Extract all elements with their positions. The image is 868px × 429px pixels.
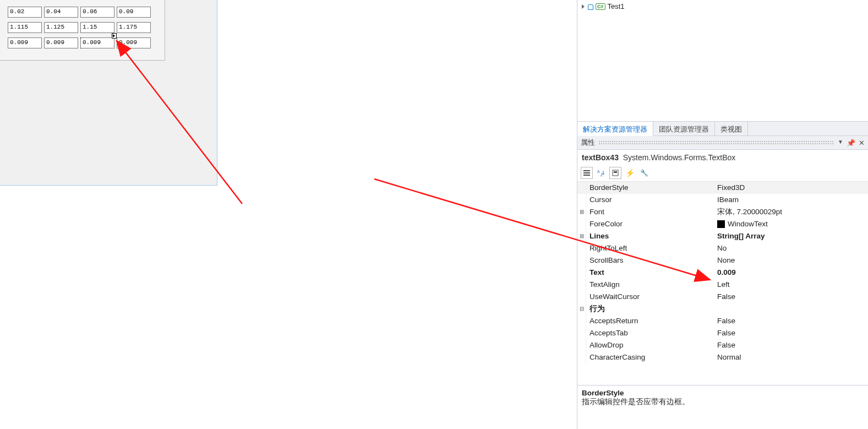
prop-name: ForeColor — [586, 218, 715, 230]
textbox-cell[interactable]: 1.115 — [8, 22, 42, 33]
solution-explorer-pane[interactable]: C# Test1 — [577, 0, 868, 121]
object-name: textBox43 — [582, 153, 619, 162]
prop-name: BorderStyle — [586, 182, 715, 194]
prop-name: UseWaitCursor — [586, 291, 715, 303]
properties-object-selector[interactable]: textBox43 System.Windows.Forms.TextBox — [577, 150, 868, 165]
textbox-cell-selected[interactable]: 0.009 — [80, 37, 114, 48]
prop-name: AcceptsReturn — [586, 315, 715, 327]
textbox-cell[interactable]: 1.125 — [44, 22, 78, 33]
categorized-button[interactable] — [581, 167, 593, 179]
csharp-badge-icon: C# — [596, 3, 605, 10]
window-position-dropdown-icon[interactable]: ▼ — [838, 139, 843, 147]
prop-value[interactable]: Normal — [715, 351, 868, 363]
expand-icon[interactable]: ⊞ — [577, 230, 586, 242]
prop-value[interactable]: String[] Array — [715, 230, 868, 242]
svg-rect-1 — [583, 172, 590, 173]
prop-value[interactable]: IBeam — [715, 194, 868, 206]
prop-value[interactable]: None — [715, 254, 868, 267]
prop-name: Lines — [586, 230, 715, 242]
property-desc-title: BorderStyle — [582, 389, 864, 397]
textbox-cell[interactable]: 0.04 — [44, 7, 78, 18]
designer-groupbox: 0.02 0.04 0.06 0.09 1.115 1.125 1.15 1.1… — [0, 0, 165, 61]
messages-button[interactable]: 🔧 — [638, 167, 650, 179]
prop-value[interactable]: WindowText — [715, 218, 868, 230]
properties-toolbar: AZ ⚡ 🔧 — [577, 165, 868, 182]
textbox-cell[interactable]: 0.009 — [117, 37, 151, 48]
solution-tree-item[interactable]: C# Test1 — [577, 0, 868, 13]
prop-name: Text — [586, 267, 715, 279]
prop-value[interactable]: False — [715, 327, 868, 339]
prop-row-lines[interactable]: ⊞ Lines String[] Array — [577, 230, 868, 242]
property-grid[interactable]: BorderStyle Fixed3D Cursor IBeam ⊞ Font … — [577, 182, 868, 385]
prop-value[interactable]: Left — [715, 279, 868, 291]
prop-row-acceptsreturn[interactable]: AcceptsReturn False — [577, 315, 868, 327]
svg-rect-2 — [583, 175, 590, 176]
textbox-cell[interactable]: 0.09 — [117, 7, 151, 18]
property-pages-button[interactable] — [609, 167, 621, 179]
prop-row-charactercasing[interactable]: CharacterCasing Normal — [577, 351, 868, 363]
prop-row-usewaitcursor[interactable]: UseWaitCursor False — [577, 291, 868, 303]
prop-name: ScrollBars — [586, 254, 715, 267]
prop-name: Cursor — [586, 194, 715, 206]
textbox-cell[interactable]: 0.06 — [80, 7, 114, 18]
svg-text:A: A — [597, 170, 600, 173]
smart-tag-glyph-icon[interactable] — [112, 33, 117, 39]
prop-value[interactable]: No — [715, 242, 868, 254]
prop-row-font[interactable]: ⊞ Font 宋体, 7.20000029pt — [577, 206, 868, 218]
textbox-cell[interactable]: 0.02 — [8, 7, 42, 18]
prop-name: AllowDrop — [586, 339, 715, 351]
prop-value[interactable]: False — [715, 291, 868, 303]
properties-title-label: 属性 — [581, 138, 595, 148]
prop-category-behavior[interactable]: ⊟ 行为 — [577, 303, 868, 315]
prop-value[interactable]: 0.009 — [715, 267, 868, 279]
object-type: System.Windows.Forms.TextBox — [623, 153, 736, 162]
prop-row-rtl[interactable]: RightToLeft No — [577, 242, 868, 254]
prop-row-scrollbars[interactable]: ScrollBars None — [577, 254, 868, 267]
close-icon[interactable]: ✕ — [859, 139, 865, 147]
color-swatch-icon — [717, 220, 725, 228]
pin-icon[interactable]: 📌 — [847, 139, 855, 147]
prop-value[interactable]: Fixed3D — [715, 182, 868, 194]
prop-name: CharacterCasing — [586, 351, 715, 363]
textbox-cell[interactable]: 0.009 — [44, 37, 78, 48]
lock-icon — [588, 4, 593, 10]
collapse-icon[interactable]: ⊟ — [577, 303, 586, 315]
property-desc-text: 指示编辑控件是否应带有边框。 — [582, 397, 864, 407]
prop-name: TextAlign — [586, 279, 715, 291]
svg-rect-6 — [614, 171, 617, 173]
tree-item-label: Test1 — [608, 2, 625, 10]
svg-rect-0 — [583, 170, 590, 171]
prop-row-forecolor[interactable]: ForeColor WindowText — [577, 218, 868, 230]
tab-solution-explorer[interactable]: 解决方案资源管理器 — [577, 122, 653, 136]
textbox-cell[interactable]: 1.175 — [117, 22, 151, 33]
prop-row-allowdrop[interactable]: AllowDrop False — [577, 339, 868, 351]
events-button[interactable]: ⚡ — [624, 167, 636, 179]
tab-team-explorer[interactable]: 团队资源管理器 — [653, 122, 715, 135]
property-description-area: BorderStyle 指示编辑控件是否应带有边框。 — [577, 385, 868, 429]
prop-value[interactable]: False — [715, 339, 868, 351]
tab-class-view[interactable]: 类视图 — [715, 122, 748, 135]
textbox-cell[interactable]: 0.009 — [8, 37, 42, 48]
alphabetical-button[interactable]: AZ — [595, 167, 607, 179]
properties-pane: 属性 ▼ 📌 ✕ textBox43 System.Windows.Forms.… — [577, 136, 868, 429]
prop-name: RightToLeft — [586, 242, 715, 254]
prop-value[interactable]: 宋体, 7.20000029pt — [715, 206, 868, 218]
expand-icon[interactable]: ⊞ — [577, 206, 586, 218]
grip-dots-icon — [598, 140, 834, 145]
prop-name: AcceptsTab — [586, 327, 715, 339]
category-label: 行为 — [586, 303, 715, 315]
expand-triangle-icon[interactable] — [582, 4, 585, 9]
properties-titlebar: 属性 ▼ 📌 ✕ — [577, 136, 868, 150]
tool-window-tabstrip: 解决方案资源管理器 团队资源管理器 类视图 — [577, 121, 868, 136]
prop-row-borderstyle[interactable]: BorderStyle Fixed3D — [577, 182, 868, 194]
textbox-cell[interactable]: 1.15 — [80, 22, 114, 33]
right-tool-column: C# Test1 解决方案资源管理器 团队资源管理器 类视图 属性 ▼ 📌 ✕ … — [577, 0, 868, 429]
prop-name: Font — [586, 206, 715, 218]
prop-row-text[interactable]: Text 0.009 — [577, 267, 868, 279]
prop-row-cursor[interactable]: Cursor IBeam — [577, 194, 868, 206]
form-designer-surface[interactable]: 0.02 0.04 0.06 0.09 1.115 1.125 1.15 1.1… — [0, 0, 217, 186]
prop-row-acceptstab[interactable]: AcceptsTab False — [577, 327, 868, 339]
prop-row-textalign[interactable]: TextAlign Left — [577, 279, 868, 291]
svg-text:Z: Z — [600, 173, 603, 177]
prop-value[interactable]: False — [715, 315, 868, 327]
